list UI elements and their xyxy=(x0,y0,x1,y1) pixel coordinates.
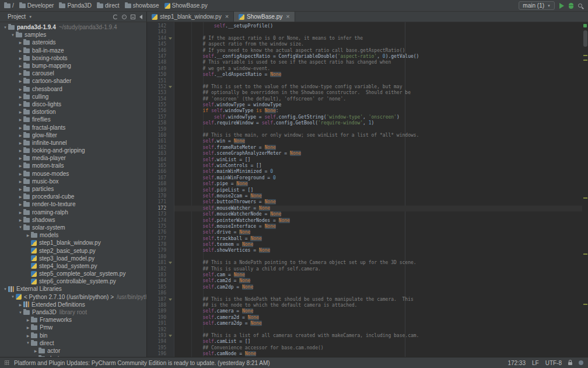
status-message[interactable]: Platform and Plugin Updates: PyCharm Com… xyxy=(14,360,270,366)
chevron-right-icon[interactable]: ▶ xyxy=(25,233,31,237)
chevron-down-icon[interactable]: ▼ xyxy=(2,287,8,291)
stripe-mark[interactable] xyxy=(583,60,587,61)
tree-item[interactable]: ▼direct xyxy=(0,339,146,347)
hide-panel-icon[interactable] xyxy=(139,15,142,19)
editor[interactable]: 1421431441451461471481491501511521531541… xyxy=(147,22,588,357)
tree-item[interactable]: ▶models xyxy=(0,231,146,239)
tree-item[interactable]: ▶culling xyxy=(0,93,146,100)
code-line[interactable]: # aspect ratio from the window size. xyxy=(180,41,581,47)
run-button[interactable] xyxy=(559,3,564,9)
tree-item[interactable]: ▶procedural-cube xyxy=(0,193,146,200)
code-line[interactable]: self.windowType = self.config.GetString(… xyxy=(180,114,581,120)
tree-item[interactable]: ▼External Libraries xyxy=(0,285,146,293)
line-number[interactable]: 147 xyxy=(147,54,174,60)
tree-item[interactable]: ▶Extended Definitions xyxy=(0,301,146,308)
chevron-right-icon[interactable]: ▶ xyxy=(18,187,23,191)
stripe-mark[interactable] xyxy=(583,55,587,56)
caret-position[interactable]: 172:33 xyxy=(508,360,526,366)
tree-item[interactable]: ▼samples xyxy=(0,31,146,39)
chevron-right-icon[interactable]: ▶ xyxy=(18,133,23,137)
chevron-right-icon[interactable]: ▶ xyxy=(18,79,23,83)
tree-item[interactable]: ▶shadows xyxy=(0,216,146,224)
code-line[interactable]: ## This is a NodePath pointing to the Ca… xyxy=(180,260,581,266)
tree-item[interactable]: ▶looking-and-gripping xyxy=(0,147,146,154)
chevron-right-icon[interactable]: ▶ xyxy=(18,179,23,183)
tree-item[interactable]: ▶bin xyxy=(0,332,146,339)
chevron-down-icon[interactable]: ▼ xyxy=(18,311,23,314)
chevron-right-icon[interactable]: ▶ xyxy=(18,126,23,130)
line-number[interactable]: 166 xyxy=(147,169,174,175)
tree-item[interactable]: step1_blank_window.py xyxy=(0,239,146,247)
code-line[interactable]: self.camNode = None xyxy=(180,351,581,357)
code-line[interactable] xyxy=(180,254,581,260)
line-number[interactable]: 165 xyxy=(147,163,174,169)
chevron-right-icon[interactable]: ▶ xyxy=(18,303,23,307)
fold-marker-icon[interactable] xyxy=(169,37,172,40)
line-number[interactable]: 180 xyxy=(147,254,174,260)
tree-item[interactable]: ▶fractal-plants xyxy=(0,123,146,131)
gear-icon[interactable] xyxy=(122,15,127,19)
chevron-right-icon[interactable]: ▶ xyxy=(18,156,23,160)
code-line[interactable]: self.winControls = [] xyxy=(180,163,581,169)
line-number[interactable]: 186 xyxy=(147,290,174,296)
chevron-right-icon[interactable]: ▶ xyxy=(25,318,31,322)
project-tool-window-header[interactable]: Project ▼ xyxy=(0,12,147,22)
tree-item[interactable]: ▶boxing-robots xyxy=(0,54,146,62)
tree-item[interactable]: ▶particles xyxy=(0,185,146,193)
breadcrumb-item[interactable]: direct xyxy=(97,2,119,9)
line-number[interactable]: 143 xyxy=(147,29,174,35)
tree-item[interactable]: step2_basic_setup.py xyxy=(0,247,146,254)
chevron-right-icon[interactable]: ▶ xyxy=(18,87,23,91)
fold-marker-icon[interactable] xyxy=(169,86,172,88)
tree-item[interactable]: ▶Pmw xyxy=(0,324,146,331)
line-number[interactable]: 160 xyxy=(147,133,174,138)
line-number[interactable]: 183 xyxy=(147,272,174,278)
code-line[interactable] xyxy=(180,327,581,333)
code-line[interactable]: self.frameRateMeter = None xyxy=(180,145,581,151)
code-line[interactable]: self.mouse2cam = None xyxy=(180,193,581,199)
chevron-right-icon[interactable]: ▶ xyxy=(18,71,23,75)
code-line[interactable]: self.mouseWatcher = None xyxy=(174,206,588,211)
chevron-right-icon[interactable]: ▶ xyxy=(18,148,23,152)
tool-window-switcher-icon[interactable] xyxy=(5,360,9,365)
code-line[interactable]: ## This is the NodePath that should be u… xyxy=(180,297,581,303)
code-line[interactable]: self.pipeList = [] xyxy=(180,188,581,193)
line-number[interactable]: 152 xyxy=(147,84,174,90)
chevron-right-icon[interactable]: ▶ xyxy=(18,102,23,106)
code-line[interactable]: self.drive = None xyxy=(180,230,581,235)
code-line[interactable]: ## optionally be overridden in the Showb… xyxy=(180,90,581,96)
fold-marker-icon[interactable] xyxy=(169,298,172,301)
editor-tab[interactable]: ShowBase.py× xyxy=(234,12,295,22)
line-number[interactable]: 185 xyxy=(147,284,174,290)
chevron-down-icon[interactable]: ▼ xyxy=(10,33,16,37)
line-number[interactable]: 151 xyxy=(147,78,174,84)
breadcrumb-item[interactable]: showbase xyxy=(125,2,159,9)
line-separator[interactable]: LF xyxy=(532,360,539,366)
tree-item[interactable]: ▼panda3d-1.9.4~/study/panda3d-1.9.4 xyxy=(0,23,146,31)
line-number[interactable]: 177 xyxy=(147,236,174,242)
code-line[interactable]: self.mainWinForeground = 0 xyxy=(180,175,581,181)
code-line[interactable]: ## is the node to which the default came… xyxy=(180,303,581,308)
code-line[interactable] xyxy=(180,29,581,35)
tree-item[interactable]: step4_load_system.py xyxy=(0,262,146,270)
code-line[interactable]: ## This is the main, or only window; see… xyxy=(180,133,581,138)
refresh-icon[interactable] xyxy=(113,15,118,19)
chevron-right-icon[interactable]: ▶ xyxy=(18,218,23,222)
tree-item[interactable]: ▶roaming-ralph xyxy=(0,209,146,216)
code-line[interactable]: self.camList = [] xyxy=(180,339,581,345)
code-line[interactable]: self.windowType = windowType xyxy=(180,102,581,108)
file-encoding[interactable]: UTF-8 xyxy=(545,360,562,366)
line-number[interactable]: 188 xyxy=(147,303,174,308)
tree-item[interactable]: ▶chessboard xyxy=(0,85,146,93)
chevron-right-icon[interactable]: ▶ xyxy=(18,110,23,114)
tree-item[interactable]: ▶ball-in-maze xyxy=(0,47,146,54)
stripe-mark[interactable] xyxy=(583,304,587,305)
tree-item[interactable]: ▶render-to-texture xyxy=(0,200,146,208)
tree-item[interactable]: ▶infinite-tunnel xyxy=(0,139,146,147)
chevron-right-icon[interactable]: ▶ xyxy=(18,56,23,60)
code-line[interactable]: self.sceneGraphAnalyzerMeter = None xyxy=(180,151,581,157)
editor-tab[interactable]: step1_blank_window.py× xyxy=(147,12,234,22)
line-number[interactable]: 179 xyxy=(147,248,174,254)
code-line[interactable]: self.mainWinMinimized = 0 xyxy=(180,169,581,175)
chevron-right-icon[interactable]: ▶ xyxy=(18,210,23,214)
